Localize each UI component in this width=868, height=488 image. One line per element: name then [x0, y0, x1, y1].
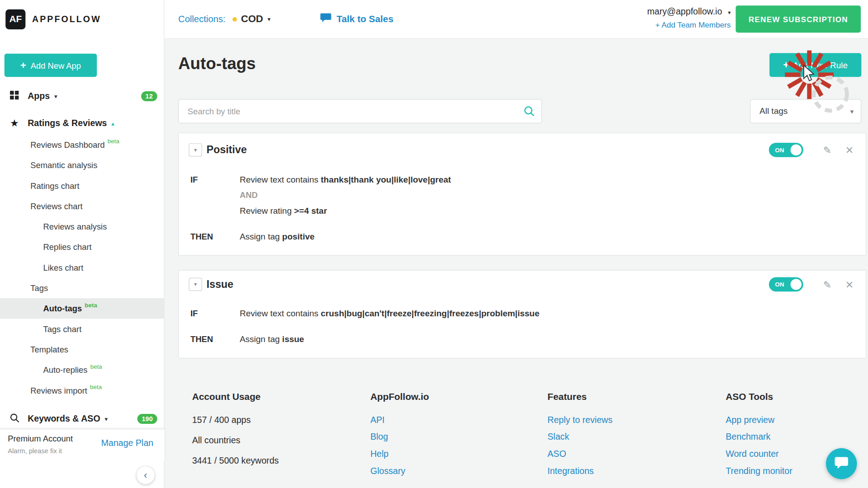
rule-title: Issue — [207, 278, 234, 291]
premium-alert-text: Alarm, please fix it — [8, 447, 62, 455]
footer-link[interactable]: App preview — [726, 415, 792, 425]
footer-link[interactable]: Slack — [547, 432, 726, 442]
keywords-aso-label: Keywords & ASO — [28, 414, 100, 424]
condition-prefix: Review rating — [240, 206, 294, 216]
sidebar-item-ratings-chart[interactable]: Ratings chart — [0, 175, 165, 196]
sidebar-item-label: Reviews import — [30, 385, 87, 395]
sidebar-item-reviews-analysis[interactable]: Reviews analysis — [0, 216, 165, 237]
edit-rule-icon[interactable]: ✎ — [823, 145, 831, 157]
rule-condition: Review text contains thanks|thank you|li… — [240, 175, 451, 185]
sidebar: AF APPFOLLOW + Add New App Apps ▾ 12 ★ R… — [0, 0, 165, 488]
rule-action: Assign tag issue — [240, 334, 304, 344]
footer-link[interactable]: Trending monitor — [726, 466, 792, 476]
footer-link[interactable]: Word counter — [726, 449, 792, 459]
sidebar-item-auto-replies[interactable]: Auto-repliesbeta — [0, 360, 165, 380]
chevron-down-icon: ▾ — [268, 15, 271, 23]
apps-count-badge: 12 — [141, 91, 157, 101]
ratings-reviews-label: Ratings & Reviews — [28, 118, 107, 128]
search-icon — [9, 413, 19, 425]
manage-plan-link[interactable]: Manage Plan — [101, 438, 153, 448]
sidebar-item-templates[interactable]: Templates — [0, 339, 165, 360]
rule-on-toggle[interactable]: ON — [769, 143, 803, 157]
account-menu[interactable]: mary@appfollow.io ▾ — [647, 7, 731, 17]
footer-stat: 3441 / 5000 keywords — [192, 456, 370, 466]
footer-link[interactable]: ASO — [547, 449, 726, 459]
and-connector: AND — [240, 190, 258, 200]
footer-stat: 157 / 400 apps — [192, 415, 370, 425]
keywords-count-badge: 190 — [137, 414, 157, 424]
condition-value: thanks|thank you|like|love|great — [321, 175, 451, 184]
condition-value: crush|bug|can't|freeze|freezing|freezes|… — [321, 309, 540, 318]
plus-icon: + — [20, 60, 26, 71]
footer-column: Account Usage157 / 400 appsAll countries… — [192, 392, 370, 483]
search-input[interactable] — [188, 99, 520, 122]
chat-bubble-icon — [320, 13, 332, 25]
sidebar-item-reviews-chart[interactable]: Reviews chart — [0, 196, 165, 216]
sidebar-item-auto-tags[interactable]: Auto-tagsbeta — [0, 298, 165, 319]
footer-link[interactable]: Benchmark — [726, 432, 792, 442]
beta-badge: beta — [90, 383, 102, 390]
chat-widget-button[interactable] — [826, 448, 857, 479]
sidebar-item-label: Auto-tags — [43, 304, 82, 313]
add-new-app-button[interactable]: + Add New App — [5, 54, 97, 77]
sidebar-item-ratings-reviews[interactable]: ★ Ratings & Reviews ▴ — [0, 113, 165, 134]
footer-link[interactable]: Glossary — [370, 466, 547, 476]
talk-to-sales-link[interactable]: Talk to Sales — [320, 13, 393, 25]
add-new-rule-button[interactable]: + Add New Rule — [769, 53, 861, 77]
tags-filter-dropdown[interactable]: All tags ▾ — [750, 99, 861, 123]
collapse-rule-button[interactable]: ▾ — [189, 278, 202, 291]
appfollow-logo[interactable]: AF — [5, 9, 25, 29]
sidebar-item-reviews-import[interactable]: Reviews importbeta — [0, 380, 165, 400]
main-content: Auto-tags + Add New Rule A — [165, 39, 868, 488]
footer-link[interactable]: Blog — [370, 432, 547, 442]
sidebar-item-apps[interactable]: Apps ▾ 12 — [0, 86, 165, 107]
collections-selector[interactable]: Collections: COD ▾ — [178, 13, 270, 25]
chevron-down-icon: ▾ — [104, 415, 108, 422]
delete-rule-icon[interactable]: ✕ — [845, 145, 854, 157]
edit-rule-icon[interactable]: ✎ — [823, 279, 831, 291]
chat-icon — [834, 456, 849, 471]
sidebar-item-likes-chart[interactable]: Likes chart — [0, 257, 165, 277]
action-value: positive — [282, 232, 315, 241]
footer-link[interactable]: API — [370, 415, 547, 425]
sidebar-item-reviews-dashboard[interactable]: Reviews Dashboardbeta — [0, 135, 165, 155]
add-new-app-label: Add New App — [31, 61, 81, 70]
delete-rule-icon[interactable]: ✕ — [845, 279, 854, 291]
beta-badge: beta — [85, 301, 97, 308]
sidebar-item-semantic-analysis[interactable]: Semantic analysis — [0, 155, 165, 175]
sidebar-item-label: Reviews chart — [30, 202, 82, 211]
rule-action: Assign tag positive — [240, 232, 315, 242]
chevron-down-icon: ▾ — [850, 108, 854, 116]
sidebar-item-label: Semantic analysis — [30, 160, 97, 170]
search-box — [178, 99, 542, 123]
footer-column-title: ASO Tools — [726, 392, 792, 403]
plus-icon: + — [783, 59, 789, 71]
then-label: THEN — [190, 232, 213, 241]
account-group: mary@appfollow.io ▾ + Add Team Members — [647, 7, 731, 29]
footer-link[interactable]: Reply to reviews — [547, 415, 726, 425]
collapse-rule-button[interactable]: ▾ — [189, 143, 202, 156]
footer-link[interactable]: Help — [370, 449, 547, 459]
sidebar-item-tags-chart[interactable]: Tags chart — [0, 319, 165, 339]
sidebar-item-keywords-aso[interactable]: Keywords & ASO ▾ 190 — [0, 408, 165, 430]
rule-on-toggle[interactable]: ON — [769, 277, 803, 291]
condition-prefix: Review text contains — [240, 309, 321, 318]
chevron-down-icon: ▾ — [54, 93, 57, 100]
beta-badge: beta — [90, 363, 102, 370]
sidebar-item-label: Reviews analysis — [43, 222, 107, 231]
premium-panel: Premium Account Alarm, please fix it Man… — [0, 429, 165, 461]
footer-stat: All countries — [192, 436, 370, 446]
footer-link[interactable]: Integrations — [547, 466, 726, 476]
sidebar-item-replies-chart[interactable]: Replies chart — [0, 237, 165, 257]
renew-subscription-button[interactable]: RENEW SUBSCRIPTION — [736, 5, 861, 33]
add-team-members-link[interactable]: + Add Team Members — [655, 20, 731, 29]
sidebar-item-label: Replies chart — [43, 242, 92, 252]
rule-title: Positive — [207, 144, 247, 156]
sidebar-item-tags[interactable]: Tags — [0, 278, 165, 298]
search-icon[interactable] — [524, 106, 534, 119]
sidebar-item-label: Ratings chart — [30, 181, 79, 190]
topbar: Collections: COD ▾ Talk to Sales mary@ap… — [165, 0, 868, 39]
then-label: THEN — [190, 334, 213, 344]
sidebar-collapse-button[interactable]: ‹ — [137, 466, 154, 484]
collection-value: COD — [241, 13, 263, 25]
